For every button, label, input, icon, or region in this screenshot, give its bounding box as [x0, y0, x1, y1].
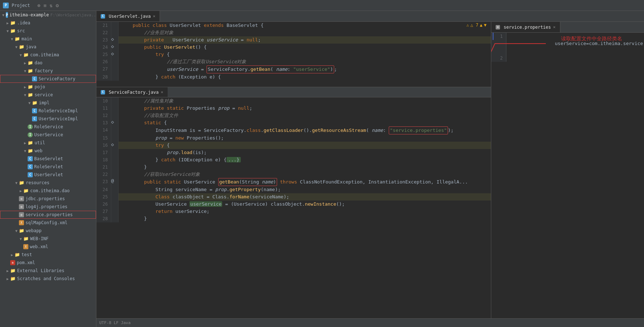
- factory-content-12[interactable]: //读取配置文件: [118, 112, 491, 119]
- code-content-24[interactable]: public UserServlet() {: [118, 44, 491, 51]
- factory-content-18[interactable]: } catch (IOException e) {...}: [118, 156, 491, 164]
- warning-nav-up[interactable]: ▲: [480, 23, 483, 28]
- prop-line-num-1: 1: [491, 33, 506, 54]
- code-content-25[interactable]: try {: [118, 51, 491, 58]
- userservlet-code-area[interactable]: ⚠ △ 7 ▲ ▼ 21 public class UserServlet ex…: [96, 22, 491, 87]
- chevron-icon: ▶: [10, 253, 14, 257]
- sidebar-item-factory[interactable]: ▼ 📁 factory: [0, 67, 96, 75]
- sidebar-item-web-xml[interactable]: X web.xml: [0, 243, 96, 251]
- sidebar-item-service[interactable]: ▼ 📁 service: [0, 91, 96, 99]
- gutter-26b: [111, 201, 118, 208]
- sidebar-item-main[interactable]: ▼ 📁 main: [0, 35, 96, 43]
- code-content-22[interactable]: //业务层对象: [118, 29, 491, 36]
- factory-content-13[interactable]: static {: [118, 119, 491, 126]
- sidebar-item-idea[interactable]: ▶ 📁 .idea: [0, 19, 96, 27]
- sidebar-label-idea: .idea: [17, 20, 30, 25]
- sidebar-item-WEB-INF[interactable]: ▼ 📁 WEB-INF: [0, 235, 96, 243]
- tab-service-properties[interactable]: ⚙ service.properties ✕: [491, 22, 560, 32]
- sidebar-item-RoleServlet[interactable]: C RoleServlet: [0, 163, 96, 171]
- tab-close-UserServlet[interactable]: ✕: [153, 14, 156, 19]
- sidebar-item-sqlMapConfig[interactable]: X sqlMapConfig.xml: [0, 219, 96, 227]
- sidebar-item-impl[interactable]: ▼ 📁 impl: [0, 99, 96, 107]
- sidebar-label-service-properties: service.properties: [25, 212, 73, 217]
- tab-ServiceFactory[interactable]: C ServiceFactory.java ✕: [96, 87, 168, 97]
- editor-panels: ⚠ △ 7 ▲ ▼ 21 public class UserServlet ex…: [96, 22, 644, 318]
- factory-content-10[interactable]: //属性集对象: [118, 97, 491, 105]
- factory-content-22[interactable]: //获取UserService对象: [118, 171, 491, 178]
- factory-content-16[interactable]: try {: [118, 142, 491, 149]
- sidebar-label-web: web: [35, 148, 43, 153]
- sidebar-item-test[interactable]: ▶ 📁 test: [0, 251, 96, 259]
- prop-content-1[interactable]: userService=com.itheima.service.impl.U..…: [506, 33, 644, 54]
- sidebar-item-java[interactable]: ▼ 📁 java: [0, 43, 96, 51]
- sidebar-label-web-xml: web.xml: [30, 244, 48, 249]
- sidebar-label-util: util: [35, 140, 45, 145]
- sidebar-item-ServiceFactory[interactable]: C ServiceFactory: [0, 75, 96, 83]
- factory-content-21[interactable]: }: [118, 164, 491, 171]
- sidebar-item-dao[interactable]: ▶ 📁 dao: [0, 59, 96, 67]
- folder-icon: 📁: [19, 228, 24, 233]
- sidebar-item-com-itheima[interactable]: ▼ 📁 com.itheima: [0, 51, 96, 59]
- java-file-icon: C: [32, 76, 37, 81]
- line-num-23: 23: [96, 36, 111, 44]
- project-icon: P: [3, 3, 9, 8]
- folder-icon: 📁: [10, 28, 16, 33]
- sidebar-item-root[interactable]: ▼ P itheima-example F:\WorkSpace\java...: [0, 11, 96, 19]
- sidebar-item-pom-xml[interactable]: m pom.xml: [0, 259, 96, 267]
- factory-content-15[interactable]: prop = new Properties();: [118, 134, 491, 142]
- sidebar-item-resources[interactable]: ▼ 📁 resources: [0, 179, 96, 187]
- sidebar-item-service-properties[interactable]: ⚙ service.properties: [0, 211, 96, 219]
- tab-UserServlet[interactable]: C UserServlet.java ✕: [96, 11, 160, 21]
- right-editor-panel: ⚙ service.properties ✕ 1 userService=com…: [491, 22, 644, 318]
- sidebar-item-util[interactable]: ▶ 📁 util: [0, 139, 96, 147]
- titlebar: P Project ⊕ ≡ ⇅ ⚙: [0, 0, 644, 11]
- sidebar-item-com-itheima-dao[interactable]: ▶ 📁 com.itheima.dao: [0, 187, 96, 195]
- tab-close-ServiceFactory[interactable]: ✕: [161, 90, 163, 94]
- sidebar-item-webapp[interactable]: ▼ 📁 webapp: [0, 227, 96, 235]
- sidebar-item-BaseServlet[interactable]: C BaseServlet: [0, 155, 96, 163]
- chevron-icon: ▼: [23, 93, 27, 97]
- sidebar-label-resources: resources: [26, 180, 49, 185]
- code-content-27[interactable]: userService = ServiceFactory.getBean( na…: [118, 65, 491, 73]
- tab-close-service-properties[interactable]: ✕: [553, 25, 556, 29]
- code-content-23[interactable]: private UserService userService = null;: [118, 36, 491, 44]
- sidebar-item-pojo[interactable]: ▶ 📁 pojo: [0, 83, 96, 91]
- sidebar-item-UserService[interactable]: I UserService: [0, 131, 96, 139]
- code-content-28[interactable]: } catch (Exception e) {: [118, 73, 491, 81]
- sidebar-item-src[interactable]: ▼ 📁 src: [0, 27, 96, 35]
- line-num-27: 27: [96, 65, 111, 73]
- sidebar-item-external-libraries[interactable]: ▶ 📁 External Libraries: [0, 267, 96, 275]
- folder-icon: 📁: [23, 52, 29, 57]
- factory-content-28[interactable]: }: [118, 215, 491, 222]
- sidebar-item-scratches[interactable]: ▶ 📁 Scratches and Consoles: [0, 275, 96, 283]
- line-num-21: 21: [96, 22, 111, 29]
- folder-icon: 📁: [28, 148, 33, 153]
- sidebar-item-RoleServiceImpl[interactable]: C RoleServiceImpl: [0, 107, 96, 115]
- factory-content-25[interactable]: Class classObject = Class.forName(servic…: [118, 193, 491, 201]
- sidebar-label-UserServlet: UserServlet: [34, 172, 63, 177]
- factory-code-area[interactable]: 10 //属性集对象 11 private static Properties …: [96, 97, 491, 318]
- sidebar-item-RoleService[interactable]: I RoleService: [0, 123, 96, 131]
- prop-content-2[interactable]: [506, 54, 644, 62]
- warning-nav-down[interactable]: ▼: [484, 23, 487, 28]
- sidebar-item-UserServiceImpl[interactable]: C UserServiceImpl: [0, 115, 96, 123]
- factory-content-24[interactable]: String serviceName = prop.getProperty(na…: [118, 186, 491, 193]
- sidebar-item-log4j-properties[interactable]: ⚙ log4j.properties: [0, 203, 96, 211]
- factory-content-23[interactable]: public static UserService getBean(String…: [118, 178, 491, 186]
- sidebar-label-com-itheima-dao: com.itheima.dao: [30, 188, 69, 193]
- factory-content-26[interactable]: UserService userService = (UserService) …: [118, 201, 491, 208]
- factory-content-17[interactable]: prop.load(is);: [118, 149, 491, 156]
- line-num-16: 16: [96, 142, 111, 149]
- properties-code-area[interactable]: 1 userService=com.itheima.service.impl.U…: [491, 33, 644, 318]
- sidebar-item-UserServlet[interactable]: C UserServlet: [0, 171, 96, 179]
- code-content-21[interactable]: public class UserServlet extends BaseSer…: [118, 22, 491, 29]
- chevron-icon: ▶: [6, 277, 9, 281]
- code-content-26[interactable]: //通过工厂类获取UserService对象: [118, 58, 491, 65]
- project-label[interactable]: Project: [12, 3, 30, 8]
- status-bar: UTF-8 LF Java: [96, 318, 644, 327]
- factory-content-14[interactable]: InputStream is = ServiceFactory.class.ge…: [118, 126, 491, 134]
- factory-content-27[interactable]: return userService;: [118, 208, 491, 215]
- sidebar-item-web[interactable]: ▼ 📁 web: [0, 147, 96, 155]
- sidebar-item-jdbc-properties[interactable]: ⚙ jdbc.properties: [0, 195, 96, 203]
- factory-content-11[interactable]: private static Properties prop = null;: [118, 105, 491, 112]
